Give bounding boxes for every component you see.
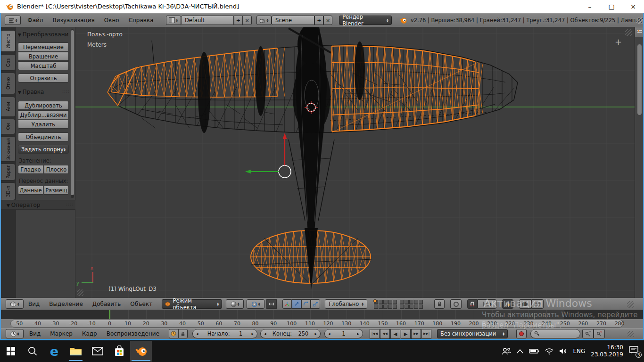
manipulator-translate-button[interactable] <box>292 299 301 309</box>
close-scene-button[interactable]: × <box>323 16 332 25</box>
layer-cell[interactable] <box>388 304 392 309</box>
tab-relations[interactable]: Отно <box>1 73 16 94</box>
language-indicator[interactable]: ENG <box>573 348 585 354</box>
shade-flat-button[interactable]: Плоско <box>44 165 69 174</box>
preview-range-button[interactable] <box>169 329 178 338</box>
scale-button[interactable]: Масштаб <box>18 61 69 70</box>
lock-range-button[interactable] <box>178 329 188 338</box>
store-button[interactable] <box>108 341 130 362</box>
minimize-button[interactable]: – <box>579 0 601 13</box>
keying-set-field[interactable] <box>530 329 580 338</box>
viewport-shading-dropdown[interactable] <box>226 299 244 309</box>
decrement-arrow-icon[interactable]: ◂ <box>328 331 330 336</box>
move-button[interactable]: Перемещение <box>18 42 69 51</box>
layer-cell[interactable] <box>414 300 418 304</box>
scene-button[interactable] <box>256 16 272 25</box>
layer-cell[interactable] <box>374 300 378 304</box>
render-engine-dropdown[interactable]: Рендер Blender <box>339 16 392 25</box>
frame-end-field[interactable]: ◂ Конец: 250 ▸ <box>260 329 321 338</box>
increment-arrow-icon[interactable]: ▸ <box>251 331 254 336</box>
sync-mode-dropdown[interactable]: Без синхронизации <box>437 329 508 338</box>
battery-icon[interactable] <box>529 348 539 354</box>
search-button[interactable] <box>22 341 43 362</box>
transform-orientation-dropdown[interactable]: Глобально <box>325 299 367 309</box>
scene-name-field[interactable]: Scene <box>272 16 314 25</box>
layer-cell[interactable] <box>409 300 413 304</box>
next-keyframe-button[interactable]: ▶▶ <box>411 329 421 339</box>
tab-tools[interactable]: Инстр <box>1 30 16 52</box>
operator-panel-header[interactable]: Оператор :::: <box>0 200 75 210</box>
mail-button[interactable] <box>87 341 108 362</box>
mirror-button[interactable]: Отразить <box>18 74 69 82</box>
layer-cell[interactable] <box>419 300 423 304</box>
menu-help[interactable]: Справка <box>129 17 154 24</box>
menu-add[interactable]: Добавить <box>92 301 121 307</box>
editor-type-timeline-button[interactable] <box>6 329 24 338</box>
frame-start-field[interactable]: ◂ Начало: 1 ▸ <box>192 329 257 338</box>
resize-grip-icon[interactable] <box>627 331 634 337</box>
menu-render[interactable]: Визуализация <box>52 17 94 24</box>
snap-toggle-button[interactable] <box>467 299 478 309</box>
file-explorer-button[interactable] <box>65 341 87 362</box>
delete-button[interactable]: Удалить <box>18 120 69 129</box>
people-icon[interactable] <box>502 347 511 355</box>
action-center-button[interactable]: 3 <box>629 346 639 357</box>
properties-editor-strip[interactable] <box>635 27 644 298</box>
layer-cell[interactable] <box>405 300 409 304</box>
close-layout-button[interactable]: × <box>243 16 252 25</box>
previous-keyframe-button[interactable]: ◀◀ <box>380 329 390 339</box>
layer-cell[interactable] <box>374 304 378 309</box>
rotate-button[interactable]: Вращение <box>18 52 69 61</box>
increment-arrow-icon[interactable]: ▸ <box>357 331 359 336</box>
tab-3d-print[interactable]: 3D-п <box>1 182 16 200</box>
duplicate-linked-button[interactable]: Дублир...вязями <box>18 110 69 119</box>
current-frame-marker[interactable] <box>109 310 110 319</box>
screen-layout-name-field[interactable]: Default <box>181 16 234 25</box>
jump-to-end-button[interactable]: ▶▶| <box>421 329 431 339</box>
transfer-data-button[interactable]: Данные <box>18 186 43 195</box>
increment-arrow-icon[interactable]: ▸ <box>314 331 317 336</box>
blender-taskbar-button[interactable] <box>130 341 152 362</box>
manipulator-axes-button[interactable] <box>282 299 292 309</box>
menu-view-timeline[interactable]: Вид <box>29 330 41 337</box>
shade-smooth-button[interactable]: Гладко <box>18 165 43 174</box>
layer-cell[interactable] <box>383 300 388 304</box>
menu-playback[interactable]: Воспроизведение <box>107 330 159 337</box>
add-scene-button[interactable]: + <box>314 16 323 25</box>
manipulator-rotate-button[interactable] <box>301 299 311 309</box>
add-layout-button[interactable]: + <box>234 16 243 25</box>
screen-layout-button[interactable] <box>166 16 181 25</box>
editor-type-3dview-button[interactable] <box>6 299 24 309</box>
layer-cell[interactable] <box>393 304 397 309</box>
play-button[interactable]: ▶ <box>401 329 411 339</box>
close-button[interactable]: × <box>622 0 644 13</box>
resize-grip-icon[interactable] <box>636 17 643 24</box>
viewport-3d[interactable]: xy Польз.-орто Meters (1) WingLOut_D3 + <box>75 27 635 298</box>
resize-grip-icon[interactable] <box>625 29 632 36</box>
viewport-canvas[interactable]: xy <box>75 27 635 298</box>
edge-browser-button[interactable]: e <box>43 341 65 362</box>
mode-dropdown[interactable]: Режим объекта <box>162 299 222 309</box>
current-frame-field[interactable]: ◂ 1 ▸ <box>324 329 363 338</box>
region-expand-button[interactable]: + <box>615 37 622 47</box>
menu-object[interactable]: Объект <box>130 301 152 307</box>
pivot-align-toggle[interactable] <box>266 299 277 309</box>
resize-grip-icon[interactable] <box>627 301 634 308</box>
join-button[interactable]: Объединить <box>18 132 69 141</box>
panel-grip-icon[interactable]: :::: <box>66 202 74 207</box>
transfer-placement-button[interactable]: Размещ <box>44 186 69 195</box>
tab-animation[interactable]: Ани <box>1 97 16 117</box>
layer-cell[interactable] <box>414 304 418 309</box>
start-button[interactable] <box>0 341 22 362</box>
wifi-icon[interactable] <box>545 348 553 354</box>
layer-cell[interactable] <box>379 304 383 309</box>
duplicate-button[interactable]: Дублировать <box>18 101 69 110</box>
menu-frame[interactable]: Кадр <box>82 330 97 337</box>
menu-file[interactable]: Файл <box>27 17 43 24</box>
layer-cell[interactable] <box>409 304 413 309</box>
clock[interactable]: 16:30 23.03.2019 <box>591 344 623 358</box>
layer-cell[interactable] <box>405 304 409 309</box>
menu-view[interactable]: Вид <box>28 301 40 307</box>
layer-cell[interactable] <box>393 300 397 304</box>
decrement-arrow-icon[interactable]: ◂ <box>196 331 198 336</box>
